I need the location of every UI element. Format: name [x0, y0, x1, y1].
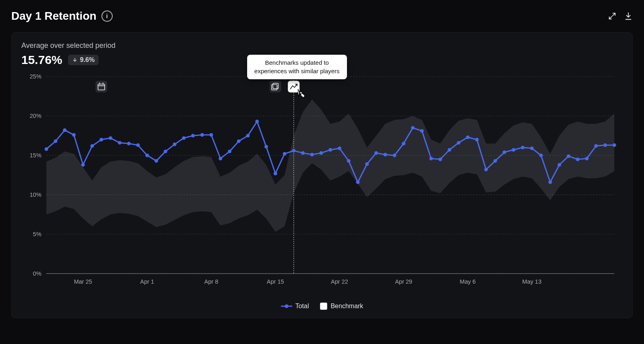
download-icon[interactable]: [624, 12, 633, 21]
series-total-point[interactable]: [118, 141, 122, 144]
legend-item-label: Benchmark: [330, 303, 363, 310]
calendar-marker-icon[interactable]: [95, 81, 107, 93]
expand-icon[interactable]: [608, 12, 617, 21]
series-total-point[interactable]: [384, 153, 387, 157]
series-total-point[interactable]: [283, 152, 286, 156]
series-total-point[interactable]: [420, 129, 424, 133]
series-total-point[interactable]: [72, 133, 76, 137]
legend-item-label: Total: [295, 303, 309, 310]
series-total-point[interactable]: [228, 150, 231, 153]
series-total-point[interactable]: [484, 168, 488, 171]
series-total-point[interactable]: [576, 158, 580, 161]
series-total-point[interactable]: [493, 159, 497, 163]
series-total-point[interactable]: [448, 148, 451, 152]
series-total-point[interactable]: [374, 151, 378, 155]
series-total-point[interactable]: [503, 150, 506, 154]
svg-text:5%: 5%: [33, 231, 41, 237]
series-total-point[interactable]: [136, 143, 140, 147]
svg-rect-21: [95, 81, 107, 93]
series-total-point[interactable]: [347, 159, 351, 163]
delta-pill: 9.6%: [68, 55, 99, 65]
gallery-marker-icon[interactable]: [270, 81, 281, 93]
series-total-point[interactable]: [99, 138, 103, 142]
svg-text:Apr 1: Apr 1: [140, 278, 154, 285]
series-total-point[interactable]: [109, 136, 112, 140]
series-total-point[interactable]: [585, 157, 589, 161]
series-total-point[interactable]: [155, 159, 158, 163]
svg-text:Apr 29: Apr 29: [395, 278, 412, 285]
series-total-point[interactable]: [475, 138, 479, 142]
svg-text:Apr 15: Apr 15: [267, 278, 284, 285]
series-total-point[interactable]: [594, 144, 598, 148]
chart-panel: Average over selected period 15.76% 9.6%…: [11, 32, 633, 318]
benchmark-tooltip: Benchmarks updated to experiences with s…: [247, 55, 347, 79]
series-total-point[interactable]: [613, 143, 616, 147]
series-total-point[interactable]: [548, 180, 552, 184]
series-total-point[interactable]: [255, 119, 259, 123]
svg-text:May 13: May 13: [522, 278, 542, 285]
legend-benchmark-marker: [320, 303, 327, 310]
title-left: Day 1 Retention i: [11, 10, 113, 23]
series-total-point[interactable]: [182, 136, 186, 140]
legend-item-benchmark[interactable]: Benchmark: [320, 303, 363, 310]
series-total-point[interactable]: [411, 126, 415, 130]
series-total-point[interactable]: [356, 180, 360, 184]
benchmark-band: [46, 99, 614, 232]
svg-text:25%: 25%: [30, 73, 41, 80]
series-total-point[interactable]: [173, 142, 176, 146]
series-total-point[interactable]: [54, 139, 58, 143]
series-total-point[interactable]: [301, 151, 305, 155]
series-total-point[interactable]: [81, 163, 85, 167]
metric-value: 15.76%: [21, 53, 62, 67]
series-total-point[interactable]: [310, 153, 314, 157]
series-total-point[interactable]: [457, 141, 460, 144]
svg-text:20%: 20%: [30, 113, 41, 119]
series-total-point[interactable]: [567, 154, 570, 158]
svg-text:Mar 25: Mar 25: [74, 278, 92, 285]
chart-wrap: 0%5%10%15%20%25%Mar 25Apr 1Apr 8Apr 15Ap…: [21, 73, 623, 299]
series-total-point[interactable]: [91, 144, 94, 148]
series-total-point[interactable]: [557, 163, 561, 167]
series-total-point[interactable]: [264, 145, 268, 148]
series-total-point[interactable]: [429, 157, 433, 161]
legend: Total Benchmark: [21, 303, 623, 310]
legend-total-marker: [281, 303, 292, 309]
series-total-point[interactable]: [466, 136, 470, 139]
svg-rect-26: [270, 81, 281, 93]
series-total-point[interactable]: [320, 151, 323, 155]
delta-value: 9.6%: [80, 56, 95, 64]
cursor-icon: [295, 88, 306, 100]
series-total-point[interactable]: [521, 146, 524, 149]
retention-chart[interactable]: 0%5%10%15%20%25%Mar 25Apr 1Apr 8Apr 15Ap…: [21, 73, 623, 299]
series-total-point[interactable]: [45, 147, 48, 151]
series-total-point[interactable]: [63, 128, 66, 132]
series-total-point[interactable]: [237, 139, 241, 143]
series-total-point[interactable]: [219, 157, 222, 161]
series-total-point[interactable]: [365, 162, 369, 166]
series-total-point[interactable]: [200, 133, 204, 137]
info-icon[interactable]: i: [101, 10, 113, 22]
series-total-point[interactable]: [603, 143, 607, 147]
legend-item-total[interactable]: Total: [281, 303, 309, 310]
series-total-point[interactable]: [530, 146, 534, 150]
series-total-point[interactable]: [145, 154, 149, 157]
series-total-point[interactable]: [512, 148, 515, 152]
series-total-point[interactable]: [246, 134, 250, 138]
series-total-point[interactable]: [274, 172, 277, 175]
series-total-point[interactable]: [191, 134, 195, 138]
series-total-point[interactable]: [393, 154, 396, 157]
series-total-point[interactable]: [438, 158, 442, 161]
series-total-point[interactable]: [209, 133, 213, 137]
series-total-point[interactable]: [539, 154, 543, 157]
svg-text:10%: 10%: [30, 192, 41, 198]
series-total-point[interactable]: [338, 146, 341, 150]
series-total-point[interactable]: [164, 150, 167, 153]
series-total-point[interactable]: [402, 142, 405, 145]
subtitle: Average over selected period: [21, 41, 623, 50]
series-total-point[interactable]: [292, 149, 295, 152]
title-bar: Day 1 Retention i: [11, 10, 633, 23]
svg-point-31: [285, 305, 288, 308]
series-total-point[interactable]: [328, 148, 332, 152]
series-total-point[interactable]: [127, 142, 131, 145]
title-actions: [608, 12, 633, 21]
